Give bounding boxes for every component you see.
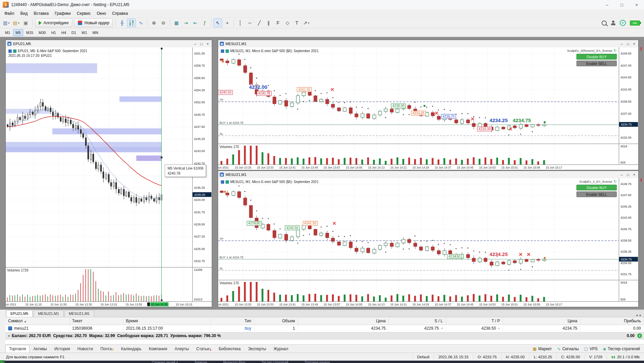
text-icon[interactable]: T bbox=[292, 19, 301, 27]
taskbar-item[interactable]: Редактор Pine bbox=[223, 361, 245, 363]
timeframe-w1[interactable]: W1 bbox=[79, 29, 90, 36]
close-icon[interactable]: × bbox=[629, 0, 644, 9]
taskbar-item[interactable]: Заметки bbox=[194, 361, 207, 363]
search-icon[interactable] bbox=[602, 21, 607, 26]
close-icon[interactable]: × bbox=[633, 173, 635, 177]
toolbox-tab-алерты[interactable]: Алерты bbox=[171, 345, 193, 353]
table-row[interactable]: mesu211350369362021.06.15 15:17:00buy142… bbox=[5, 325, 644, 332]
remove-level-icon[interactable]: × bbox=[498, 327, 500, 330]
autoscroll-icon[interactable]: ⇥ bbox=[182, 19, 190, 27]
chart-shift-icon[interactable]: ⇤ bbox=[191, 19, 200, 27]
menu-item[interactable]: Файл bbox=[1, 10, 17, 17]
close-icon[interactable]: × bbox=[207, 42, 209, 46]
maximize-icon[interactable]: □ bbox=[627, 173, 629, 177]
column-header-price2[interactable]: Цена bbox=[503, 317, 580, 325]
timeframe-m1[interactable]: M1 bbox=[3, 29, 12, 36]
maximize-icon[interactable]: □ bbox=[614, 0, 629, 9]
timeframe-h4[interactable]: H4 bbox=[59, 29, 68, 36]
signals-button[interactable]: ∿Сигналы bbox=[557, 347, 579, 351]
tile-windows-icon[interactable]: ▦ bbox=[172, 19, 181, 27]
fibonacci-icon[interactable]: F bbox=[274, 19, 282, 27]
timeframe-m5[interactable]: M5 bbox=[13, 29, 23, 36]
toolbox-tab-компания[interactable]: Компания bbox=[145, 345, 171, 353]
toolbox-tab-активы[interactable]: Активы bbox=[30, 345, 51, 353]
column-header-profit[interactable]: Прибыль bbox=[580, 317, 644, 325]
menu-item[interactable]: Графики bbox=[52, 10, 74, 17]
indicators-icon[interactable]: ƒ bbox=[200, 19, 209, 27]
close-icon[interactable]: × bbox=[633, 42, 635, 46]
enable-sell-button[interactable]: Enable SELL bbox=[576, 61, 617, 66]
bars-chart-icon[interactable]: ╫ bbox=[118, 19, 126, 27]
toolbox-tab-почта[interactable]: Почта7 bbox=[97, 345, 117, 353]
crosshair-icon[interactable]: + bbox=[223, 19, 232, 27]
vertical-line-icon[interactable]: │ bbox=[236, 19, 245, 27]
ea-refresh-icon[interactable]: ↻ bbox=[614, 179, 617, 184]
cursor-icon[interactable]: ↖ bbox=[213, 19, 222, 27]
profiles-icon[interactable]: ▤▾ bbox=[11, 19, 21, 27]
chart-tab[interactable]: MESU21,M1 bbox=[34, 310, 63, 317]
channel-icon[interactable]: ∥ bbox=[264, 19, 273, 27]
arrows-icon[interactable]: ↗▾ bbox=[302, 19, 311, 27]
vps-button[interactable]: ▢VPS bbox=[584, 347, 598, 351]
chart-window-titlebar[interactable]: ▦ EPU21,M5 – □ × bbox=[6, 40, 212, 48]
strategy-tester-button[interactable]: ◈Тестер стратегий bbox=[603, 347, 640, 351]
column-header-type[interactable]: Тип bbox=[210, 317, 254, 325]
market-button[interactable]: ▦Маркет bbox=[533, 347, 552, 351]
menu-item[interactable]: Окно bbox=[94, 10, 109, 17]
tab-scroll-arrow-icon[interactable]: ◂ bbox=[636, 313, 638, 317]
trendline-icon[interactable]: ╱ bbox=[255, 19, 264, 27]
minimize-icon[interactable]: – bbox=[194, 42, 196, 46]
toolbox-tab-новости[interactable]: Новости bbox=[74, 345, 96, 353]
maximize-icon[interactable]: □ bbox=[627, 42, 629, 46]
menu-item[interactable]: Вид bbox=[17, 10, 31, 17]
column-header-sl[interactable]: S / L bbox=[389, 317, 446, 325]
timeframe-mn[interactable]: MN bbox=[90, 29, 100, 36]
windows-icon[interactable]: ▣ bbox=[22, 19, 30, 27]
toolbox-tab-статьи[interactable]: Статьи1 bbox=[193, 345, 215, 353]
enable-sell-button[interactable]: Enable SELL bbox=[576, 191, 617, 197]
price-chart-epu21[interactable] bbox=[6, 47, 212, 307]
minimize-icon[interactable]: – bbox=[600, 0, 614, 9]
timeframe-m30[interactable]: M30 bbox=[36, 29, 48, 36]
taskbar-item[interactable]: Скринер акций × bbox=[152, 361, 178, 363]
column-header-time[interactable]: Время bbox=[123, 317, 210, 325]
column-header-ticket[interactable]: Тикет bbox=[69, 317, 123, 325]
collapse-icon[interactable]: ▾ bbox=[8, 334, 10, 338]
toolbox-tab-история[interactable]: История bbox=[51, 345, 74, 353]
horizontal-line-icon[interactable]: ─ bbox=[245, 19, 254, 27]
column-header-price[interactable]: Цена bbox=[298, 317, 389, 325]
column-header-tp[interactable]: T / P bbox=[446, 317, 503, 325]
taskbar-item[interactable]: Тестер стратегий bbox=[261, 361, 288, 363]
minimize-icon[interactable]: – bbox=[621, 173, 623, 177]
price-chart-mesu21-bottom[interactable] bbox=[218, 178, 638, 307]
timeframe-m15[interactable]: M15 bbox=[24, 29, 36, 36]
taskbar-item[interactable]: Торговая панель bbox=[305, 361, 330, 363]
zoom-in-icon[interactable]: ⊕ bbox=[150, 19, 158, 27]
new-order-button[interactable]: Новый ордер bbox=[74, 19, 113, 27]
disable-buy-button[interactable]: Disable BUY bbox=[576, 185, 617, 190]
plus-icon[interactable]: + bbox=[637, 333, 642, 338]
ea-refresh-icon[interactable]: ↻ bbox=[614, 48, 617, 53]
toolbox-tab-эксперты[interactable]: Эксперты bbox=[244, 345, 270, 353]
toolbox-tab-библиотека[interactable]: Библиотека bbox=[215, 345, 244, 353]
remove-level-icon[interactable]: × bbox=[441, 327, 443, 330]
timeframe-d1[interactable]: D1 bbox=[69, 29, 79, 36]
disable-buy-button[interactable]: Disable BUY bbox=[576, 54, 617, 60]
chart-window-titlebar[interactable]: ▦ MESU21,M1 – □ × bbox=[218, 40, 638, 48]
column-header-symbol[interactable]: Символ▲ bbox=[5, 317, 69, 325]
menu-item[interactable]: Вставка bbox=[31, 10, 52, 17]
candles-chart-icon[interactable]: ╽╿ bbox=[127, 19, 136, 27]
app-titlebar[interactable]: 5 1249440 - AMPGlobalEU-Demo: Демо-счет … bbox=[0, 0, 644, 10]
menu-item[interactable]: Сервис bbox=[74, 10, 94, 17]
new-chart-icon[interactable]: ▥▾ bbox=[2, 19, 11, 27]
toolbox-tab-журнал[interactable]: Журнал bbox=[270, 345, 292, 353]
toolbox-tab-календарь[interactable]: Календарь bbox=[117, 345, 145, 353]
shapes-icon[interactable]: ◇ bbox=[283, 19, 292, 27]
account-icon[interactable] bbox=[611, 21, 616, 25]
tab-scroll-arrow-icon[interactable]: ▸ bbox=[640, 313, 641, 317]
algotrading-button[interactable]: Алготрейдинг bbox=[35, 19, 73, 27]
minimize-icon[interactable]: – bbox=[621, 42, 623, 46]
toolbox-tab-торговля[interactable]: Торговля bbox=[5, 345, 30, 353]
menu-item[interactable]: Справка bbox=[109, 10, 131, 17]
timeframe-h1[interactable]: H1 bbox=[49, 29, 58, 36]
